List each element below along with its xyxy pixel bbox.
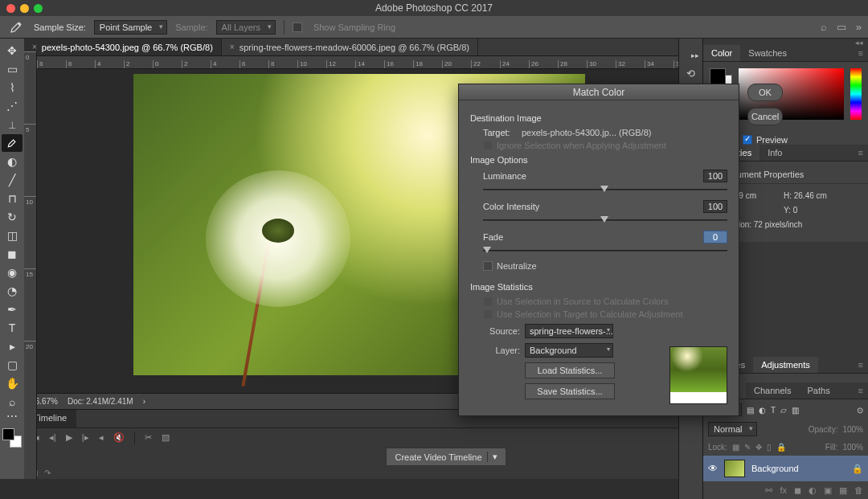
panel-menu-icon[interactable]: »: [856, 21, 862, 33]
next-frame-icon[interactable]: |▸: [82, 432, 89, 443]
link-icon[interactable]: ⚯: [765, 485, 772, 496]
eyedropper-tool[interactable]: [2, 134, 23, 152]
history-brush-tool[interactable]: ↻: [2, 208, 23, 226]
crop-tool[interactable]: ⟂: [2, 116, 23, 133]
zoom-tool[interactable]: ⌕: [2, 393, 23, 411]
move-tool[interactable]: ✥: [2, 42, 23, 59]
trash-icon[interactable]: 🗑: [854, 485, 863, 495]
tab-1[interactable]: × spring-tree-flowers-meadow-60006.jpeg …: [222, 39, 478, 55]
close-tab-icon[interactable]: ×: [230, 43, 235, 51]
color-tab[interactable]: Color: [703, 45, 740, 61]
info-tab[interactable]: Info: [760, 145, 790, 161]
eraser-tool[interactable]: ◫: [2, 227, 23, 244]
foreground-background-colors[interactable]: [2, 428, 22, 448]
filter-adjust-icon[interactable]: ◐: [759, 406, 766, 415]
split-icon[interactable]: ✂: [145, 432, 152, 443]
path-select-tool[interactable]: ▸: [2, 337, 23, 355]
panel-menu-icon[interactable]: ≡: [854, 382, 868, 399]
lock-position-icon[interactable]: ✥: [755, 443, 762, 452]
ruler-vertical[interactable]: 05101520: [24, 51, 37, 479]
fade-slider[interactable]: [483, 247, 727, 256]
go-end-icon[interactable]: ◂: [99, 432, 104, 443]
create-video-timeline-button[interactable]: Create Video Timeline ▾: [386, 448, 506, 466]
brush-tool[interactable]: ╱: [2, 171, 23, 189]
load-statistics-button[interactable]: Load Statistics...: [525, 362, 615, 378]
chevron-right-icon[interactable]: ›: [143, 397, 145, 406]
fade-input[interactable]: [703, 231, 727, 243]
clone-tool[interactable]: ⊓: [2, 190, 23, 207]
prev-frame-icon[interactable]: ◂|: [49, 432, 56, 443]
play-icon[interactable]: ▶: [66, 432, 72, 443]
swatches-tab[interactable]: Swatches: [740, 45, 795, 61]
marquee-tool[interactable]: ▭: [2, 60, 23, 78]
rectangle-tool[interactable]: ▢: [2, 356, 23, 374]
cancel-button[interactable]: Cancel: [747, 108, 783, 125]
adjustments-tab[interactable]: Adjustments: [753, 357, 818, 373]
neutralize-checkbox[interactable]: [483, 261, 493, 271]
fx-icon[interactable]: fx: [780, 485, 787, 495]
fill-value[interactable]: 100%: [842, 443, 863, 452]
adjustment-layer-icon[interactable]: ◐: [809, 485, 817, 496]
intensity-input[interactable]: [703, 200, 727, 213]
channels-tab[interactable]: Channels: [746, 382, 799, 399]
hue-slider[interactable]: [850, 68, 862, 120]
source-dropdown[interactable]: spring-tree-flowers-...: [525, 324, 613, 338]
close-tab-icon[interactable]: ×: [32, 43, 37, 51]
filter-smart-icon[interactable]: ▥: [792, 406, 799, 415]
history-panel-icon[interactable]: ⟲: [686, 67, 695, 80]
lock-image-icon[interactable]: ✎: [744, 443, 751, 452]
tool-palette: ✥ ▭ ⌇ ⋰ ⟂ ◐ ╱ ⊓ ↻ ◫ ◼ ◉ ◔ ✒ T ▸ ▢ ✋ ⌕ ⋯: [0, 39, 24, 479]
pen-tool[interactable]: ✒: [2, 301, 23, 318]
new-layer-icon[interactable]: ▦: [839, 485, 847, 496]
layer-dropdown[interactable]: Background: [525, 343, 613, 358]
save-statistics-button[interactable]: Save Statistics...: [525, 383, 615, 399]
collapse-panels-icon[interactable]: ◂◂: [703, 39, 868, 45]
paths-tab[interactable]: Paths: [800, 382, 838, 399]
sample-size-dropdown[interactable]: Point Sample: [94, 20, 167, 35]
options-bar: Sample Size: Point Sample Sample: All La…: [0, 16, 868, 39]
layer-row-background[interactable]: 👁 Background 🔒: [703, 456, 868, 481]
search-icon[interactable]: ⌕: [821, 21, 827, 33]
layer-thumbnail[interactable]: [724, 460, 745, 477]
lasso-tool[interactable]: ⌇: [2, 79, 23, 96]
lock-all-icon[interactable]: 🔒: [776, 443, 786, 452]
tab-0[interactable]: × pexels-photo-54300.jpeg @ 66.7% (RGB/8…: [24, 39, 222, 55]
lock-artboard-icon[interactable]: ▯: [767, 443, 772, 452]
panel-menu-icon[interactable]: ≡: [854, 357, 868, 373]
ok-button[interactable]: OK: [747, 84, 783, 101]
doc-info[interactable]: Doc: 2.41M/2.41M: [68, 397, 133, 406]
filter-type-icon[interactable]: T: [771, 406, 776, 415]
collapse-icon[interactable]: ▸▸: [691, 51, 699, 59]
luminance-input[interactable]: [703, 170, 727, 182]
dialog-title: Match Color: [459, 84, 739, 100]
mute-icon[interactable]: 🔇: [113, 432, 125, 443]
match-color-dialog: Match Color Destination Image Target:pex…: [458, 84, 739, 416]
filter-shape-icon[interactable]: ▱: [780, 406, 787, 415]
blend-mode-dropdown[interactable]: Normal: [708, 422, 757, 436]
show-sampling-ring-checkbox[interactable]: [293, 22, 302, 32]
intensity-slider[interactable]: [483, 216, 727, 226]
workspace-icon[interactable]: ▭: [837, 21, 846, 33]
luminance-slider[interactable]: [483, 186, 727, 195]
transition-icon[interactable]: ▧: [162, 432, 170, 443]
mask-icon[interactable]: ◼: [794, 485, 801, 496]
sample-size-label: Sample Size:: [34, 22, 86, 32]
preview-checkbox[interactable]: [743, 135, 752, 145]
gradient-tool[interactable]: ◼: [2, 245, 23, 263]
filter-image-icon[interactable]: ▤: [747, 406, 754, 415]
panel-menu-icon[interactable]: ≡: [854, 45, 868, 61]
opacity-value[interactable]: 100%: [842, 425, 863, 434]
magic-wand-tool[interactable]: ⋰: [2, 97, 23, 115]
visibility-icon[interactable]: 👁: [708, 463, 718, 474]
type-tool[interactable]: T: [2, 319, 23, 337]
spot-heal-tool[interactable]: ◐: [2, 153, 23, 170]
render-icon[interactable]: ↷: [44, 468, 51, 477]
blur-tool[interactable]: ◉: [2, 264, 23, 281]
dodge-tool[interactable]: ◔: [2, 282, 23, 300]
source-preview-thumbnail: [669, 346, 727, 404]
panel-menu-icon[interactable]: ≡: [854, 145, 868, 161]
hand-tool[interactable]: ✋: [2, 374, 23, 392]
lock-transparent-icon[interactable]: ▦: [732, 443, 739, 452]
filter-toggle[interactable]: ⊙: [857, 406, 863, 415]
group-icon[interactable]: ▣: [824, 485, 832, 496]
